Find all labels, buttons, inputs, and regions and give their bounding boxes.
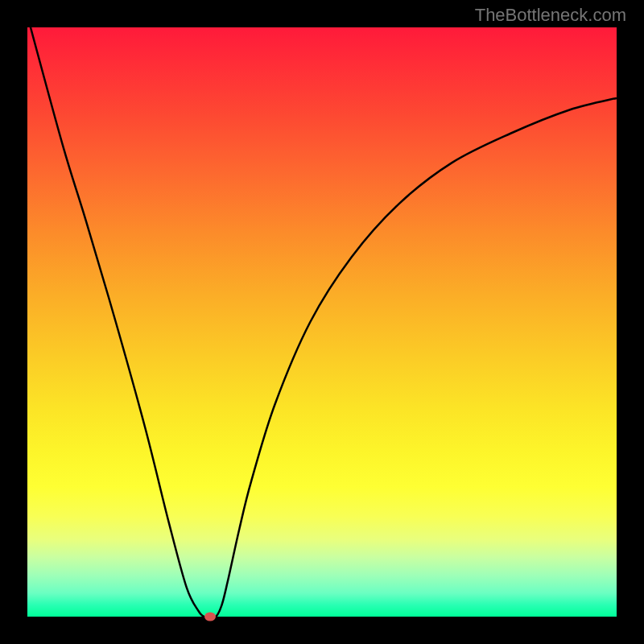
marker-dot — [204, 613, 216, 621]
watermark-text: TheBottleneck.com — [475, 5, 626, 26]
plot-area — [27, 27, 617, 617]
curve-svg — [27, 27, 617, 617]
bottleneck-curve-line — [27, 27, 617, 617]
